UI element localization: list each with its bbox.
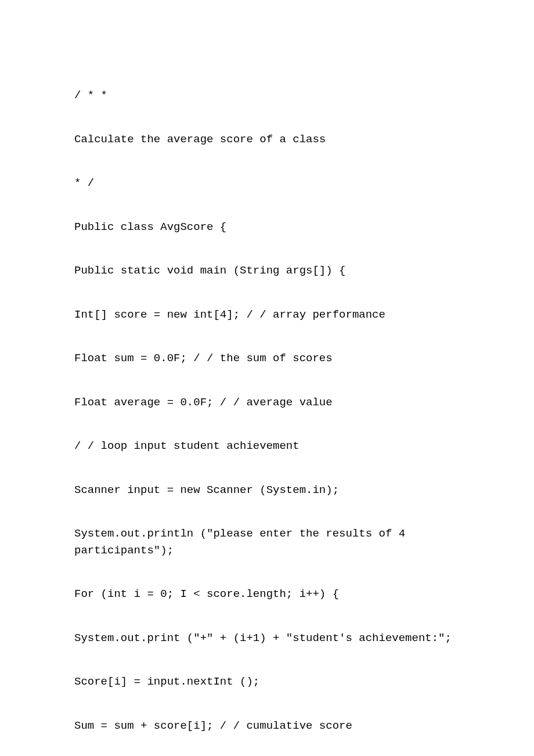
code-line: / * * xyxy=(74,87,460,104)
code-block: System.out.println ("please enter the re… xyxy=(74,525,460,559)
code-line: Int[] score = new int[4]; / / array perf… xyxy=(74,307,460,323)
code-line: Public class AvgScore { xyxy=(74,219,460,236)
code-line: System.out.print ("+" + (i+1) + "student… xyxy=(74,630,460,647)
code-line: Float sum = 0.0F; / / the sum of scores xyxy=(74,350,460,367)
code-line: Calculate the average score of a class xyxy=(74,131,460,148)
code-line: * / xyxy=(74,175,460,192)
code-line: participants"); xyxy=(74,542,460,559)
code-line: Float average = 0.0F; / / average value xyxy=(74,394,460,411)
code-line: / / loop input student achievement xyxy=(74,438,460,455)
code-line: System.out.println ("please enter the re… xyxy=(74,525,460,542)
code-line: Score[i] = input.nextInt (); xyxy=(74,674,460,690)
code-line: Sum = sum + score[i]; / / cumulative sco… xyxy=(74,718,460,735)
code-line: Scanner input = new Scanner (System.in); xyxy=(74,482,460,499)
code-line: For (int i = 0; I < score.length; i++) { xyxy=(74,586,460,603)
code-line: Public static void main (String args[]) … xyxy=(74,262,460,279)
